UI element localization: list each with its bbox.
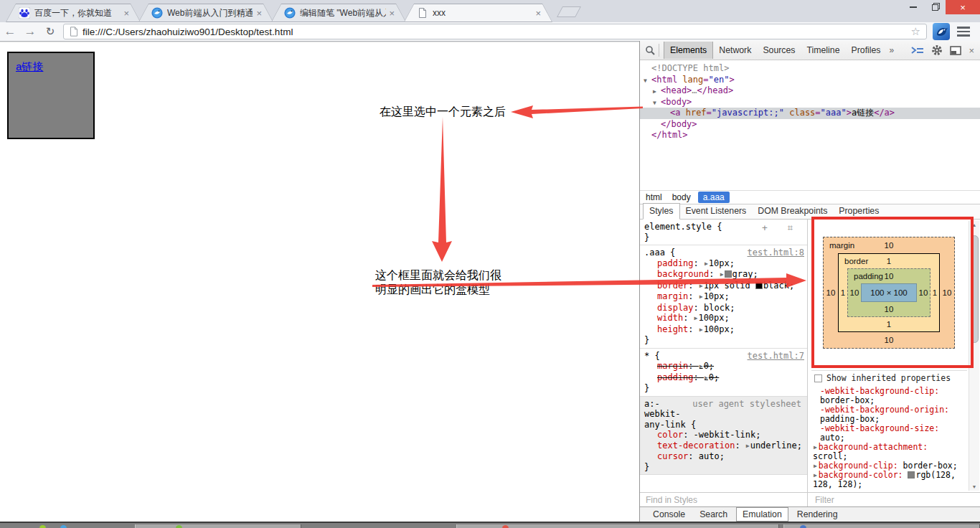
extension-bird-icon[interactable]: [933, 23, 950, 40]
dom-tree-node[interactable]: <a href="javascript:;" class="aaa">a链接</…: [640, 108, 980, 119]
css-property[interactable]: height: ▶100px;: [644, 324, 806, 336]
show-inherited-checkbox[interactable]: [814, 374, 822, 382]
browser-toolbar: ← → ↻ file:///C:/Users/zhaohuiziwo901/De…: [0, 22, 980, 42]
gear-icon[interactable]: [931, 44, 943, 56]
breadcrumb-html[interactable]: html: [646, 192, 662, 202]
expand-arrow-icon[interactable]: ▶: [653, 86, 656, 98]
new-rule-and-inspect-icons[interactable]: + ⌗: [762, 223, 800, 234]
window-minimize-button[interactable]: [903, 0, 924, 14]
css-property[interactable]: margin: ▶0;: [644, 361, 806, 372]
css-property[interactable]: width: ▶100px;: [644, 313, 806, 324]
css-property[interactable]: padding: ▶10px;: [644, 258, 806, 270]
computed-property[interactable]: ▶background-attachment: scroll;: [813, 443, 960, 461]
bookmark-star-icon[interactable]: ☆: [911, 25, 920, 38]
box-model-margin[interactable]: margin10 10 border1 1 padding10: [823, 237, 955, 349]
back-button[interactable]: ←: [0, 24, 20, 39]
breadcrumb-body[interactable]: body: [672, 192, 691, 202]
dom-tree-node[interactable]: </body>: [640, 119, 980, 131]
browser-tab-active[interactable]: xxx ×: [404, 4, 552, 22]
show-inherited-label: Show inherited properties: [826, 373, 951, 383]
page-viewport: a链接 在这里选中一个元素之后 这个框里面就会给我们很 明显的画出它的盒模型: [0, 42, 639, 522]
dock-side-icon[interactable]: [950, 46, 961, 55]
menu-hamburger-icon[interactable]: [957, 27, 970, 37]
box-model-padding[interactable]: padding10 10 100 × 100 10 10: [847, 268, 930, 317]
devtools-tab-network[interactable]: Network: [713, 42, 757, 59]
stylesheet-link[interactable]: test.html:7: [748, 351, 804, 362]
computed-property[interactable]: -webkit-background-size: auto;: [813, 424, 960, 443]
tab-close-icon[interactable]: ×: [389, 9, 395, 18]
box-model-border[interactable]: border1 1 padding10 10 100 × 100 10: [838, 253, 940, 332]
reload-button[interactable]: ↻: [40, 25, 60, 38]
tab-close-icon[interactable]: ×: [123, 9, 129, 18]
dom-tree-node[interactable]: ▼<html lang="en">: [640, 75, 980, 86]
dom-tree-node[interactable]: ▼<body>: [640, 97, 980, 108]
tab-dom-breakpoints[interactable]: DOM Breakpoints: [752, 204, 833, 219]
dom-tree-node[interactable]: ▶<head>…</head>: [640, 85, 980, 97]
tab-emulation[interactable]: Emulation: [736, 507, 788, 522]
devtools-tab-elements[interactable]: Elements: [664, 42, 713, 59]
css-property[interactable]: display: block;: [644, 303, 806, 314]
tab-console[interactable]: Console: [647, 508, 691, 521]
css-property[interactable]: text-decoration: ▶underline;: [644, 440, 806, 452]
scroll-up-icon[interactable]: ▲: [969, 222, 979, 227]
box-model-content[interactable]: 100 × 100: [861, 283, 917, 302]
taskbar-icon[interactable]: [176, 525, 182, 528]
styles-pane: + ⌗element.style {}test.html:8.aaa {padd…: [640, 220, 808, 492]
new-tab-button[interactable]: [557, 6, 581, 17]
devtools-tab-profiles[interactable]: Profiles: [846, 42, 887, 59]
scroll-down-icon[interactable]: ▼: [969, 484, 979, 489]
show-inherited-row: Show inherited properties: [814, 373, 951, 383]
css-property[interactable]: border: ▶1px solid black;: [644, 280, 806, 292]
tab-close-icon[interactable]: ×: [256, 9, 262, 18]
taskbar-item[interactable]: [783, 524, 980, 528]
color-swatch[interactable]: [725, 270, 732, 278]
taskbar-icon[interactable]: [502, 525, 509, 528]
page-gray-box: a链接: [7, 52, 95, 139]
metrics-pane: margin10 10 border1 1 padding10: [809, 220, 980, 492]
console-drawer-icon[interactable]: [911, 46, 924, 55]
css-property[interactable]: padding: ▶0;: [644, 372, 806, 384]
search-icon[interactable]: [645, 45, 656, 56]
css-property[interactable]: margin: ▶10px;: [644, 291, 806, 303]
computed-property[interactable]: -webkit-background-clip: border-box;: [813, 387, 960, 405]
devtools-close-icon[interactable]: ×: [969, 45, 974, 56]
taskbar-item[interactable]: [135, 524, 301, 528]
browser-tab-cnblogs-2[interactable]: 编辑随笔 "Web前端从入 ×: [271, 4, 406, 22]
tab-properties[interactable]: Properties: [833, 204, 885, 219]
window-restore-button[interactable]: [924, 0, 946, 14]
address-bar[interactable]: file:///C:/Users/zhaohuiziwo901/Desktop/…: [63, 24, 927, 39]
tab-event-listeners[interactable]: Event Listeners: [680, 204, 753, 219]
page-link[interactable]: a链接: [16, 60, 43, 72]
forward-button[interactable]: →: [20, 24, 40, 39]
tab-close-icon[interactable]: ×: [535, 9, 541, 18]
expand-arrow-icon[interactable]: ▼: [653, 98, 656, 109]
dom-tree-node[interactable]: <!DOCTYPE html>: [640, 63, 980, 75]
window-close-button[interactable]: ×: [946, 0, 980, 14]
scrollbar-thumb[interactable]: [971, 235, 979, 343]
css-property[interactable]: color: -webkit-link;: [644, 430, 806, 440]
filter-input[interactable]: Filter: [808, 493, 980, 506]
devtools-tab-sources[interactable]: Sources: [757, 42, 801, 59]
computed-property[interactable]: ▶background-color: rgb(128, 128, 128);: [813, 471, 960, 489]
computed-property[interactable]: -webkit-background-origin: padding-box;: [813, 405, 960, 424]
css-property[interactable]: background: ▶gray;: [644, 269, 806, 280]
taskbar-icon[interactable]: [39, 525, 46, 528]
devtools-tab-overflow[interactable]: »: [887, 45, 897, 55]
tab-styles[interactable]: Styles: [643, 203, 680, 220]
taskbar-icon[interactable]: [60, 525, 67, 528]
taskbar-icon[interactable]: [800, 525, 806, 528]
find-in-styles-input[interactable]: Find in Styles: [640, 493, 808, 506]
breadcrumb-a-aaa[interactable]: a.aaa: [698, 192, 730, 203]
browser-tab-cnblogs-1[interactable]: Web前端从入门到精通-1 ×: [138, 4, 273, 22]
color-swatch[interactable]: [755, 282, 763, 289]
dom-tree-node[interactable]: </html>: [640, 130, 980, 141]
browser-tab-baidu[interactable]: 百度一下，你就知道 ×: [6, 4, 141, 22]
devtools-tab-timeline[interactable]: Timeline: [801, 42, 846, 59]
scrollbar[interactable]: ▲ ▼: [969, 221, 979, 491]
tab-rendering[interactable]: Rendering: [791, 508, 844, 521]
stylesheet-link[interactable]: test.html:8: [748, 248, 804, 258]
expand-arrow-icon[interactable]: ▼: [644, 75, 647, 87]
url-text[interactable]: file:///C:/Users/zhaohuiziwo901/Desktop/…: [83, 27, 911, 37]
css-property[interactable]: cursor: auto;: [644, 451, 806, 462]
tab-search[interactable]: Search: [694, 508, 733, 521]
